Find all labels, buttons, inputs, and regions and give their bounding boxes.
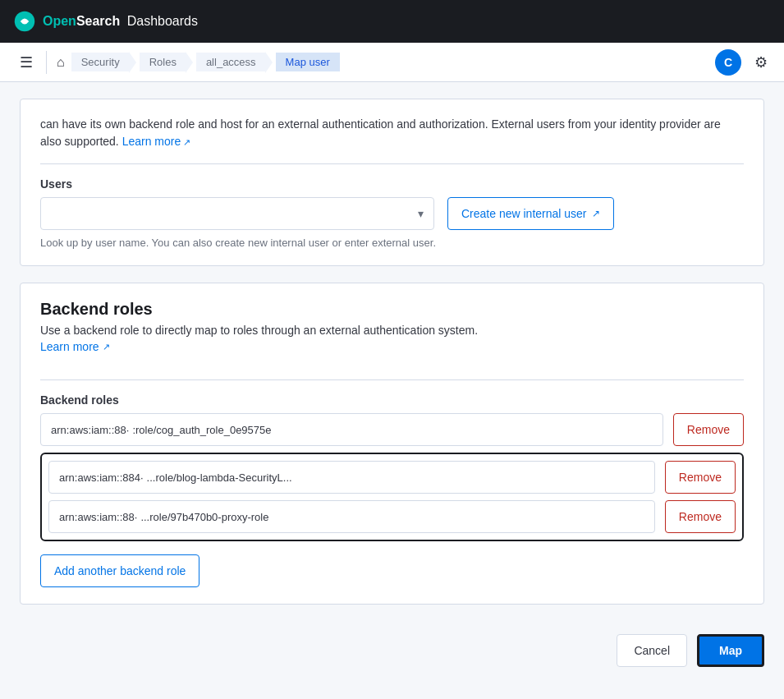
backend-roles-title: Backend roles (40, 300, 744, 319)
table-row: arn:aws:iam::88· :role/cog_auth_role_0e9… (40, 413, 744, 446)
external-link-icon: ↗ (103, 342, 110, 352)
role-right-2: ...role/blog-lambda-SecurityL... (147, 471, 292, 484)
role-left-2: arn:aws:iam::884· (59, 471, 144, 484)
role-left-3: arn:aws:iam::88· (59, 511, 137, 523)
roles-divider (40, 379, 744, 380)
home-button[interactable]: ⌂ (53, 52, 68, 73)
breadcrumb-bar: ☰ ⌂ Security Roles all_access Map user C… (0, 43, 784, 82)
breadcrumb-item-all-access[interactable]: all_access (196, 53, 266, 71)
users-helper-text: Look up by user name. You can also creat… (40, 237, 744, 249)
nav-divider (46, 51, 47, 74)
users-row: ▾ Create new internal user ↗ (40, 197, 744, 230)
logo-search: Search (76, 14, 120, 28)
settings-button[interactable]: ⚙ (751, 50, 771, 75)
role-right-3: ...role/97b470b0-proxy-role (140, 511, 268, 523)
external-link-icon: ↗ (592, 208, 600, 219)
hamburger-button[interactable]: ☰ (13, 50, 39, 75)
breadcrumb-item-security[interactable]: Security (71, 53, 130, 71)
backend-roles-label: Backend roles (40, 393, 744, 407)
logo-open: Open (43, 14, 76, 28)
backend-roles-card: Backend roles Use a backend role to dire… (20, 283, 764, 605)
backend-roles-learn-more-link[interactable]: Learn more ↗ (40, 340, 110, 353)
topbar: OpenSearch Dashboards (0, 0, 784, 43)
remove-button-1[interactable]: Remove (673, 413, 744, 446)
add-backend-role-button[interactable]: Add another backend role (40, 554, 199, 587)
backend-role-input-2[interactable]: arn:aws:iam::884· ...role/blog-lambda-Se… (48, 461, 655, 494)
chevron-down-icon: ▾ (418, 207, 424, 220)
table-row: arn:aws:iam::88· ...role/97b470b0-proxy-… (48, 500, 736, 533)
topbar-right: C ⚙ (715, 49, 771, 76)
cancel-button[interactable]: Cancel (617, 634, 687, 667)
create-internal-user-button[interactable]: Create new internal user ↗ (447, 197, 614, 230)
info-text: can have its own backend role and host f… (40, 116, 744, 150)
app-logo: OpenSearch Dashboards (13, 10, 198, 33)
create-btn-label: Create new internal user (461, 207, 587, 220)
avatar[interactable]: C (715, 49, 741, 76)
remove-button-2[interactable]: Remove (665, 461, 736, 494)
role-right-1: :role/cog_auth_role_0e9575e (132, 424, 271, 436)
info-card: can have its own backend role and host f… (20, 99, 764, 266)
remove-button-3[interactable]: Remove (665, 500, 736, 533)
main-content: can have its own backend role and host f… (0, 82, 784, 697)
logo-text: OpenSearch Dashboards (43, 14, 198, 29)
breadcrumb-item-map-user[interactable]: Map user (276, 53, 340, 71)
breadcrumb-item-roles[interactable]: Roles (140, 53, 186, 71)
users-label: Users (40, 177, 744, 191)
table-row: arn:aws:iam::884· ...role/blog-lambda-Se… (48, 461, 736, 494)
footer-row: Cancel Map (20, 621, 764, 680)
logo-dashboards: Dashboards (127, 14, 198, 28)
role-left-1: arn:aws:iam::88· (51, 424, 129, 436)
backend-role-input-1[interactable]: arn:aws:iam::88· :role/cog_auth_role_0e9… (40, 413, 663, 446)
info-learn-more-link[interactable]: Learn more (122, 135, 191, 148)
learn-more-label: Learn more (40, 340, 99, 353)
backend-role-input-3[interactable]: arn:aws:iam::88· ...role/97b470b0-proxy-… (48, 500, 655, 533)
breadcrumb: Security Roles all_access Map user (68, 53, 715, 71)
backend-roles-desc: Use a backend role to directly map to ro… (40, 324, 744, 337)
divider (40, 163, 744, 164)
user-select-dropdown[interactable]: ▾ (40, 197, 434, 230)
map-button[interactable]: Map (697, 634, 764, 667)
logo-icon (13, 10, 36, 33)
highlighted-roles-group: arn:aws:iam::884· ...role/blog-lambda-Se… (40, 453, 744, 541)
